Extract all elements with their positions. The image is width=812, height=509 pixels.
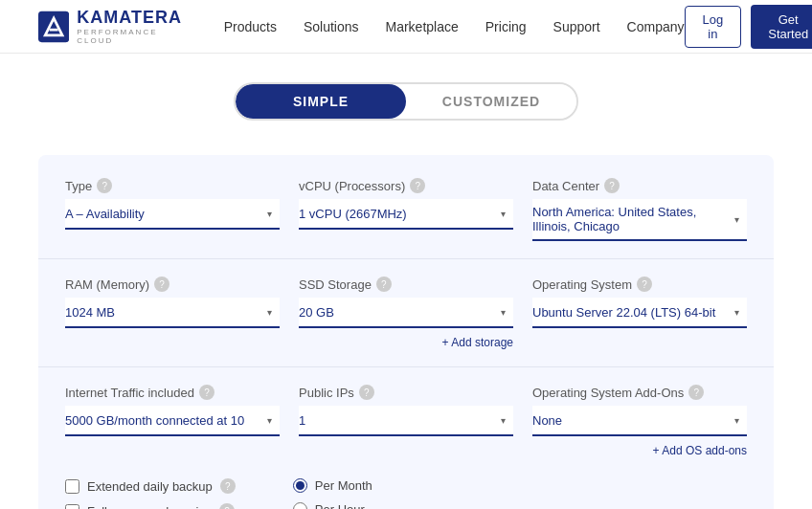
logo-subtitle: PERFORMANCE CLOUD: [77, 28, 185, 45]
type-help-icon[interactable]: ?: [97, 178, 112, 193]
backup-checkbox-item[interactable]: Extended daily backup ?: [65, 478, 236, 494]
ram-select[interactable]: 1024 MB ▾: [65, 298, 280, 328]
os-addons-help-icon[interactable]: ?: [688, 385, 704, 400]
logo[interactable]: KAMATERA PERFORMANCE CLOUD: [38, 8, 186, 45]
os-group: Operating System ? Ubuntu Server 22.04 (…: [532, 277, 747, 328]
os-label: Operating System ?: [532, 277, 747, 292]
datacenter-select[interactable]: North America: United States, Illinois, …: [532, 199, 747, 241]
traffic-label: Internet Traffic included ?: [65, 385, 280, 400]
vcpu-select[interactable]: 1 vCPU (2667MHz) ▾: [299, 199, 513, 230]
per-month-radio[interactable]: [293, 478, 307, 493]
datacenter-chevron-icon: ▾: [734, 214, 739, 225]
nav-pricing[interactable]: Pricing: [485, 19, 527, 34]
ssd-select[interactable]: 20 GB ▾: [299, 298, 513, 328]
per-hour-radio-item[interactable]: Per Hour: [293, 502, 372, 509]
per-hour-label: Per Hour: [315, 502, 365, 509]
nav-actions: Log in Get Started: [685, 5, 812, 49]
traffic-help-icon[interactable]: ?: [199, 385, 214, 400]
public-ips-label: Public IPs ?: [299, 385, 513, 400]
backup-checkbox[interactable]: [65, 479, 79, 494]
login-button[interactable]: Log in: [685, 6, 742, 48]
ram-chevron-icon: ▾: [267, 307, 272, 318]
nav-links: Products Solutions Marketplace Pricing S…: [224, 19, 685, 34]
managed-label: Fully managed service: [87, 504, 212, 510]
ssd-chevron-icon: ▾: [501, 307, 506, 318]
public-ips-select[interactable]: 1 ▾: [299, 406, 513, 436]
traffic-select[interactable]: 5000 GB/month connected at 10 ▾: [65, 406, 280, 436]
vcpu-label: vCPU (Processors) ?: [299, 178, 513, 193]
managed-checkbox[interactable]: [65, 504, 79, 510]
public-ips-chevron-icon: ▾: [501, 415, 506, 426]
type-chevron-icon: ▾: [267, 209, 272, 219]
backup-label: Extended daily backup: [87, 479, 213, 494]
type-group: Type ? A – Availability ▾: [65, 178, 280, 230]
billing-radio-group: Per Month Per Hour: [293, 478, 372, 509]
mid-form-section: RAM (Memory) ? 1024 MB ▾ SSD Storage ? 2…: [38, 259, 774, 367]
datacenter-label: Data Center ?: [532, 178, 747, 193]
ssd-help-icon[interactable]: ?: [376, 277, 392, 292]
type-label: Type ?: [65, 178, 280, 193]
public-ips-help-icon[interactable]: ?: [359, 385, 374, 400]
addon-checkboxes: Extended daily backup ? Fully managed se…: [65, 478, 236, 509]
simple-toggle[interactable]: SIMPLE: [236, 84, 406, 119]
nav-marketplace[interactable]: Marketplace: [386, 19, 459, 34]
os-chevron-icon: ▾: [734, 307, 739, 318]
vcpu-chevron-icon: ▾: [501, 209, 506, 219]
ram-label: RAM (Memory) ?: [65, 277, 280, 292]
nav-solutions[interactable]: Solutions: [304, 19, 359, 34]
nav-company[interactable]: Company: [627, 19, 685, 34]
per-hour-radio[interactable]: [293, 502, 307, 509]
backup-help-icon[interactable]: ?: [220, 478, 236, 494]
nav-support[interactable]: Support: [553, 19, 600, 34]
type-select[interactable]: A – Availability ▾: [65, 199, 280, 230]
get-started-button[interactable]: Get Started: [751, 5, 812, 49]
ram-group: RAM (Memory) ? 1024 MB ▾: [65, 277, 280, 328]
top-form-section: Type ? A – Availability ▾ vCPU (Processo…: [38, 155, 774, 259]
svg-rect-2: [50, 28, 58, 31]
nav-products[interactable]: Products: [224, 19, 277, 34]
form-row-1: Type ? A – Availability ▾ vCPU (Processo…: [65, 178, 747, 241]
billing-row: Extended daily backup ? Fully managed se…: [65, 475, 747, 509]
managed-checkbox-item[interactable]: Fully managed service ?: [65, 503, 236, 509]
managed-help-icon[interactable]: ?: [219, 503, 235, 509]
public-ips-group: Public IPs ? 1 ▾: [299, 385, 513, 436]
ssd-group: SSD Storage ? 20 GB ▾ + Add storage: [299, 277, 513, 349]
add-storage-link[interactable]: + Add storage: [299, 336, 513, 349]
ram-help-icon[interactable]: ?: [154, 277, 169, 292]
os-addons-select[interactable]: None ▾: [532, 406, 747, 436]
os-addons-group: Operating System Add-Ons ? None ▾ + Add …: [532, 385, 747, 457]
vcpu-group: vCPU (Processors) ? 1 vCPU (2667MHz) ▾: [299, 178, 513, 230]
vcpu-help-icon[interactable]: ?: [410, 178, 425, 193]
per-month-radio-item[interactable]: Per Month: [293, 478, 372, 493]
os-addons-label: Operating System Add-Ons ?: [532, 385, 747, 400]
logo-name: KAMATERA: [77, 8, 185, 28]
form-row-3: Internet Traffic included ? 5000 GB/mont…: [65, 385, 747, 457]
os-help-icon[interactable]: ?: [637, 277, 652, 292]
os-select[interactable]: Ubuntu Server 22.04 (LTS) 64-bit ▾: [532, 298, 747, 328]
datacenter-help-icon[interactable]: ?: [604, 178, 620, 193]
plan-toggle-container: SIMPLE CUSTOMIZED: [38, 82, 774, 121]
bottom-form-section: Internet Traffic included ? 5000 GB/mont…: [38, 367, 774, 509]
per-month-label: Per Month: [315, 478, 372, 493]
form-row-2: RAM (Memory) ? 1024 MB ▾ SSD Storage ? 2…: [65, 277, 747, 349]
add-os-addons-link[interactable]: + Add OS add-ons: [532, 444, 747, 457]
os-addons-chevron-icon: ▾: [734, 415, 739, 426]
ssd-label: SSD Storage ?: [299, 277, 513, 292]
datacenter-group: Data Center ? North America: United Stat…: [532, 178, 747, 241]
plan-toggle: SIMPLE CUSTOMIZED: [234, 82, 578, 121]
customized-toggle[interactable]: CUSTOMIZED: [406, 84, 576, 119]
traffic-chevron-icon: ▾: [267, 415, 272, 426]
logo-icon: [38, 10, 69, 44]
traffic-group: Internet Traffic included ? 5000 GB/mont…: [65, 385, 280, 436]
